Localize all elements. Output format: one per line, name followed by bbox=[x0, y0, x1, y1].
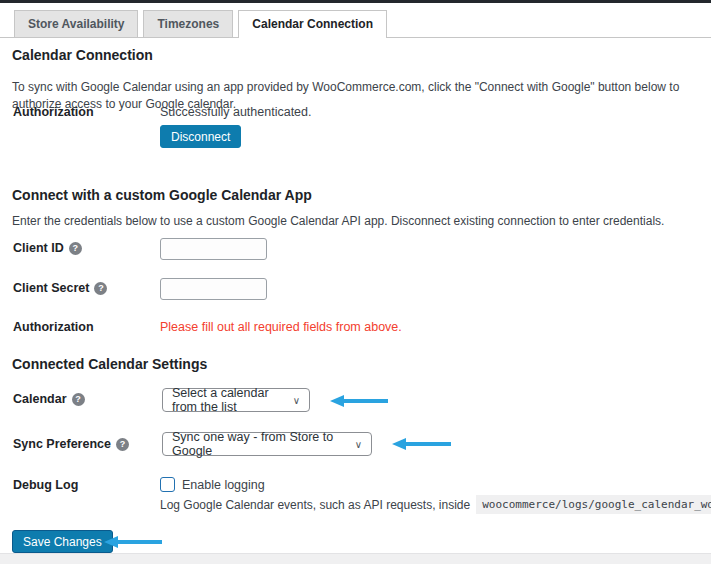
sync-preference-select-value: Sync one way - from Store to Google bbox=[172, 430, 345, 458]
help-icon[interactable]: ? bbox=[116, 438, 129, 451]
debug-log-label-text: Debug Log bbox=[13, 478, 78, 492]
custom-app-heading: Connect with a custom Google Calendar Ap… bbox=[12, 187, 312, 203]
annotation-arrow-save bbox=[104, 535, 162, 548]
client-secret-label: Client Secret ? bbox=[13, 281, 107, 295]
calendar-connection-description: To sync with Google Calendar using an ap… bbox=[12, 79, 703, 113]
client-id-input[interactable] bbox=[160, 238, 267, 260]
client-secret-label-text: Client Secret bbox=[13, 281, 89, 295]
calendar-select[interactable]: Select a calendar from the list ∨ bbox=[162, 388, 310, 412]
help-icon[interactable]: ? bbox=[72, 393, 85, 406]
custom-app-description: Enter the credentials below to use a cus… bbox=[12, 213, 703, 230]
client-id-label: Client ID ? bbox=[13, 241, 82, 255]
debug-log-label: Debug Log bbox=[13, 478, 78, 492]
annotation-arrow-sync bbox=[392, 437, 451, 450]
authorization-error-message: Please fill out all required fields from… bbox=[160, 320, 402, 334]
chevron-down-icon: ∨ bbox=[355, 439, 362, 450]
tab-calendar-connection[interactable]: Calendar Connection bbox=[238, 10, 387, 38]
tab-store-availability[interactable]: Store Availability bbox=[14, 10, 138, 37]
disconnect-button[interactable]: Disconnect bbox=[160, 125, 241, 148]
settings-tab-bar: Store Availability Timezones Calendar Co… bbox=[0, 10, 711, 38]
annotation-arrow-calendar bbox=[330, 394, 388, 407]
authorization-status: Successfully authenticated. bbox=[160, 105, 311, 119]
page-bottom-edge bbox=[0, 553, 711, 564]
help-icon[interactable]: ? bbox=[94, 282, 107, 295]
sync-preference-label: Sync Preference ? bbox=[13, 437, 129, 451]
debug-log-path: woocommerce/logs/google_calendar_wooconn… bbox=[476, 495, 711, 514]
client-secret-input[interactable] bbox=[160, 278, 267, 300]
calendar-connection-heading: Calendar Connection bbox=[12, 47, 153, 63]
client-id-label-text: Client ID bbox=[13, 241, 64, 255]
debug-log-description-row: Log Google Calendar events, such as API … bbox=[160, 495, 711, 514]
authorization-label: Authorization bbox=[13, 105, 94, 119]
sync-preference-label-text: Sync Preference bbox=[13, 437, 111, 451]
enable-logging-checkbox[interactable] bbox=[160, 477, 175, 492]
authorization2-label: Authorization bbox=[13, 320, 94, 334]
connected-settings-heading: Connected Calendar Settings bbox=[12, 356, 207, 372]
sync-preference-select[interactable]: Sync one way - from Store to Google ∨ bbox=[162, 432, 372, 456]
admin-bar-edge bbox=[0, 0, 711, 3]
calendar-label-text: Calendar bbox=[13, 392, 67, 406]
enable-logging-label[interactable]: Enable logging bbox=[182, 478, 265, 492]
authorization-label-text: Authorization bbox=[13, 105, 94, 119]
calendar-select-value: Select a calendar from the list bbox=[172, 386, 283, 414]
authorization2-label-text: Authorization bbox=[13, 320, 94, 334]
tab-timezones[interactable]: Timezones bbox=[143, 10, 233, 37]
chevron-down-icon: ∨ bbox=[293, 395, 300, 406]
help-icon[interactable]: ? bbox=[69, 242, 82, 255]
debug-log-description: Log Google Calendar events, such as API … bbox=[160, 498, 470, 512]
save-changes-button[interactable]: Save Changes bbox=[12, 530, 113, 553]
calendar-label: Calendar ? bbox=[13, 392, 85, 406]
